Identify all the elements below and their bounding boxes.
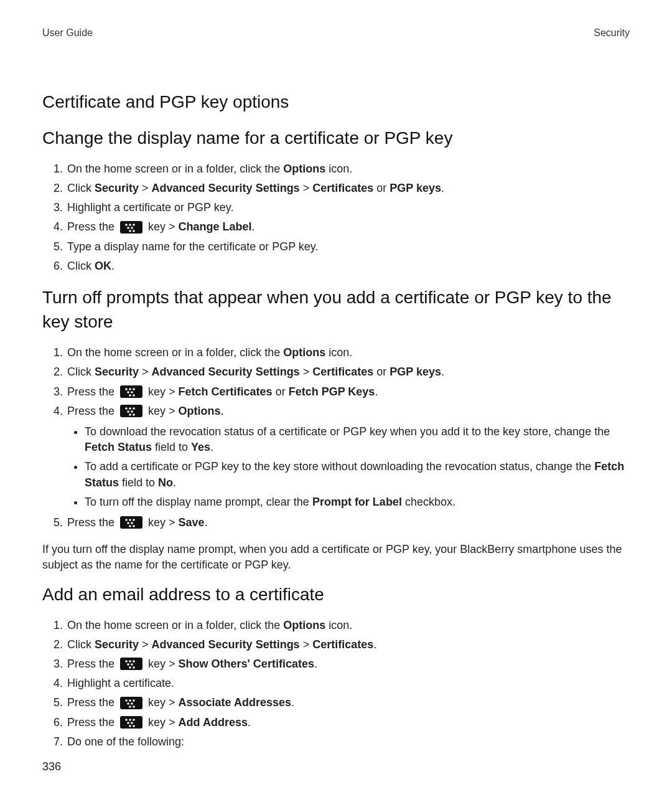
text-segment: To download the revocation status of a c… [85, 425, 610, 438]
svg-point-48 [133, 725, 135, 727]
svg-point-9 [133, 388, 135, 390]
text-segment: . [441, 182, 444, 194]
text-segment: . [373, 638, 376, 651]
text-segment: Associate Addresses [179, 696, 291, 709]
text-segment: > [300, 638, 313, 651]
text-segment: > [139, 366, 152, 378]
text-segment: Do one of the following: [67, 735, 184, 748]
text-segment: Click [67, 182, 95, 194]
blackberry-menu-key-icon [120, 697, 142, 709]
step-item: Press the key > Show Others' Certificate… [66, 656, 630, 672]
text-segment: . [205, 516, 208, 529]
key-gt-label: key > [145, 516, 179, 529]
step-item: On the home screen or in a folder, click… [66, 345, 630, 361]
step-item: Do one of the following: [66, 734, 630, 750]
blackberry-menu-key-icon [120, 385, 142, 398]
press-the-label: Press the [67, 658, 118, 670]
press-the-label: Press the [67, 220, 118, 233]
text-segment: Certificates [312, 182, 373, 194]
svg-point-15 [129, 407, 131, 410]
text-segment: . [252, 220, 255, 233]
svg-point-30 [133, 661, 135, 663]
text-segment: PGP keys [390, 182, 441, 194]
svg-point-34 [133, 667, 135, 669]
svg-point-25 [131, 522, 133, 524]
header-left: User Guide [42, 26, 93, 40]
svg-point-19 [129, 413, 131, 416]
text-segment: Advanced Security Settings [152, 182, 300, 194]
step-content: Click Security > Advanced Security Setti… [67, 638, 376, 651]
step-content: Highlight a certificate or PGP key. [67, 201, 233, 214]
svg-point-11 [131, 391, 133, 394]
step-list: On the home screen or in a folder, click… [42, 618, 630, 750]
step-content: Click Security > Advanced Security Setti… [67, 182, 444, 194]
text-segment: Options [283, 163, 325, 175]
text-segment: Options [283, 346, 325, 359]
text-segment: Type a display name for the certificate … [67, 240, 319, 253]
text-segment: > [300, 182, 313, 194]
svg-point-45 [127, 722, 129, 724]
step-content: On the home screen or in a folder, click… [67, 619, 352, 631]
svg-point-41 [133, 706, 135, 708]
text-segment: Fetch Certificates [179, 385, 273, 398]
step-item: Press the key > Add Address. [66, 715, 630, 730]
press-the-label: Press the [67, 696, 118, 709]
text-segment: Save [179, 516, 205, 529]
step-item: Click Security > Advanced Security Setti… [66, 364, 630, 380]
step-item: Highlight a certificate. [66, 676, 630, 691]
bullet-item: To download the revocation status of a c… [85, 424, 630, 455]
svg-point-7 [125, 388, 128, 390]
step-content: Do one of the following: [67, 735, 184, 748]
text-segment: Show Others' Certificates [179, 658, 314, 670]
text-segment: PGP keys [390, 366, 441, 378]
step-item: Press the key > Fetch Certificates or Fe… [66, 384, 630, 400]
text-segment: Add Address [179, 716, 248, 729]
svg-point-24 [127, 522, 129, 524]
step-content: Type a display name for the certificate … [67, 240, 319, 253]
svg-point-46 [131, 722, 133, 724]
svg-point-12 [129, 394, 131, 397]
svg-point-33 [129, 667, 131, 669]
text-segment: Certificates [312, 638, 373, 651]
step-content: Press the key > Associate Addresses. [67, 696, 294, 709]
svg-point-26 [129, 525, 131, 527]
svg-point-31 [127, 664, 129, 666]
svg-point-40 [129, 706, 131, 708]
svg-point-17 [127, 410, 129, 413]
text-segment: Prompt for Label [312, 496, 402, 508]
text-segment: Security [95, 638, 139, 651]
section-note: If you turn off the display name prompt,… [42, 542, 630, 573]
text-segment: . [248, 716, 251, 729]
document-page: User Guide Security Certificate and PGP … [0, 0, 672, 807]
step-content: Highlight a certificate. [67, 677, 174, 689]
svg-point-35 [125, 699, 128, 702]
text-segment: > [139, 182, 152, 194]
text-segment: Highlight a certificate or PGP key. [67, 201, 233, 214]
svg-point-36 [129, 699, 131, 702]
text-segment: checkbox. [402, 496, 455, 508]
svg-point-18 [131, 410, 133, 413]
svg-point-21 [125, 519, 128, 521]
svg-point-20 [133, 413, 135, 416]
svg-point-3 [127, 227, 129, 229]
blackberry-menu-key-icon [120, 405, 142, 417]
step-content: Press the key > Add Address. [67, 716, 251, 729]
text-segment: Advanced Security Settings [152, 366, 300, 378]
text-segment: Options [283, 619, 325, 631]
step-item: Click Security > Advanced Security Setti… [66, 181, 630, 196]
text-segment: field to [119, 476, 158, 489]
key-gt-label: key > [145, 658, 179, 670]
text-segment: No [158, 476, 173, 489]
text-segment: Click [67, 366, 95, 378]
step-content: On the home screen or in a folder, click… [67, 346, 352, 359]
text-segment: icon. [325, 619, 352, 631]
step-content: On the home screen or in a folder, click… [67, 163, 352, 175]
step-content: Press the key > Save. [67, 516, 208, 529]
svg-point-6 [133, 230, 135, 232]
bullet-item: To add a certificate or PGP key to the k… [85, 459, 630, 490]
svg-point-22 [129, 519, 131, 521]
blackberry-menu-key-icon [120, 658, 142, 670]
text-segment: On the home screen or in a folder, click… [67, 163, 283, 175]
text-segment: icon. [325, 346, 352, 359]
svg-point-28 [125, 661, 128, 663]
